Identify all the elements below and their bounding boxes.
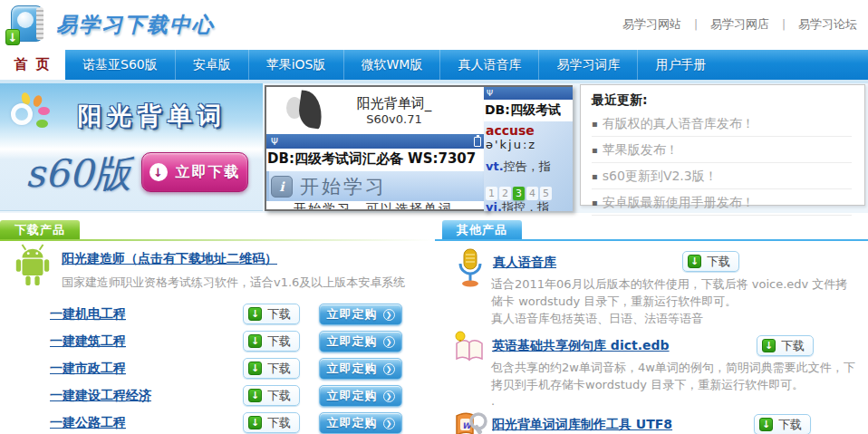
microphone-icon (454, 247, 487, 287)
screenshot-phone-1: 阳光背单词_ S60v0.71 Ψ DB:四级考试词汇必备 WS:7307 i … (265, 85, 487, 211)
db-status-text: DB:四级考试 (484, 100, 573, 121)
download-button[interactable]: ↓下载 (757, 335, 814, 356)
main-nav: 首 页 诺基亚S60版 安卓版 苹果iOS版 微软WM版 真人语音库 易学习词库… (0, 50, 868, 80)
nav-ios[interactable]: 苹果iOS版 (248, 50, 343, 80)
toolbook-icon: W (453, 410, 487, 434)
product-link[interactable]: 一建机电工程 (50, 306, 126, 323)
product-link[interactable]: 一建公路工程 (50, 415, 126, 431)
update-item[interactable]: ▪苹果版发布！ (592, 137, 852, 163)
download-arrow-icon: ↓ (248, 416, 262, 429)
site-title: 易学习下载中心 (56, 11, 215, 39)
product-desc-line: 适合2011年06月以后版本的软件使用，下载后将 voice.edv 文件拷 (491, 276, 847, 293)
download-button[interactable]: ↓下载 (243, 331, 300, 352)
link-store[interactable]: 易学习网店 (710, 16, 769, 33)
nav-s60[interactable]: 诺基亚S60版 (65, 50, 175, 80)
download-button[interactable]: ↓下载 (243, 385, 300, 406)
chevron-right-icon: ❯ (383, 336, 395, 348)
product-link[interactable]: 一建建设工程经济 (50, 388, 151, 404)
menu-item-hint: 开始学习，可以选择单词 (266, 201, 486, 211)
chevron-right-icon: ❯ (383, 309, 395, 321)
app-title: 阳光背单词_ (330, 95, 458, 112)
header: ↓ 易学习下载中心 易学习网站 | 易学习网店 | 易学习论坛 (0, 0, 868, 50)
page-number: 1 (486, 187, 497, 200)
download-arrow-icon: ↓ (248, 362, 262, 375)
other-product-link[interactable]: 真人语音库 (493, 255, 556, 271)
nav-voice[interactable]: 真人语音库 (439, 50, 538, 80)
other-product-link[interactable]: 英语基础共享例句库 dict.edb (492, 338, 670, 354)
product-desc-line: . (491, 394, 495, 408)
order-button[interactable]: 立即定购❯ (319, 385, 402, 407)
download-arrow-icon: ↓ (248, 307, 262, 321)
nav-wm[interactable]: 微软WM版 (343, 50, 440, 80)
db-status-text: DB:四级考试词汇必备 WS:7307 (266, 149, 486, 171)
nav-home[interactable]: 首 页 (0, 50, 65, 80)
product-row: 一建公路工程 ↓下载 立即定购❯ (0, 412, 433, 434)
product-desc-line: 储卡 wordstudy 目录下，重新运行软件即可。 (491, 294, 737, 310)
android-icon (12, 244, 53, 289)
info-icon: i (271, 176, 293, 198)
recent-updates-panel: 最近更新: ▪有版权的真人语音库发布！ ▪苹果版发布！ ▪s60更新到V2.3版… (580, 84, 865, 206)
download-button[interactable]: ↓下载 (243, 304, 300, 324)
nav-manual[interactable]: 用户手册 (637, 50, 723, 80)
page-number: 2 (499, 187, 511, 200)
nav-android[interactable]: 安卓版 (175, 50, 248, 80)
sun-logo-icon (5, 92, 53, 134)
download-button[interactable]: ↓下载 (682, 251, 739, 272)
tab-other-products[interactable]: 其他产品 (442, 220, 522, 239)
update-item[interactable]: ▪s60更新到V2.3版！ (592, 163, 852, 189)
page-number: 5 (540, 187, 552, 200)
download-arrow-icon: ↓ (149, 163, 168, 181)
order-button[interactable]: 立即定购❯ (319, 358, 402, 380)
product-desc-line: 拷贝到手机存储卡wordstudy 目录下，重新运行软件即可。 (491, 377, 804, 393)
battery-icon (474, 137, 481, 147)
product-row: 一建机电工程 ↓下载 立即定购❯ (0, 304, 433, 327)
download-button[interactable]: ↓下载 (243, 412, 300, 433)
page-number: 4 (526, 187, 538, 200)
page: ↓ 易学习下载中心 易学习网站 | 易学习网店 | 易学习论坛 首 页 诺基亚S… (0, 0, 868, 434)
featured-product-link[interactable]: 阳光建造师（点击有下载地址二维码） (62, 251, 277, 267)
chevron-right-icon: ❯ (383, 418, 395, 429)
download-arrow-icon: ↓ (248, 334, 262, 348)
product-row: 一建建筑工程 ↓下载 立即定购❯ (0, 331, 433, 354)
product-row: 一建建设工程经济 ↓下载 立即定购❯ (0, 385, 433, 409)
hero: 阳光背单词 s60版 ↓ 立即下载 阳光背单词_ S60v0.71 Ψ (0, 83, 868, 213)
other-product-link[interactable]: 阳光背单词词库制作工具 UTF8 (492, 417, 672, 433)
pagination: 1 2 3 4 5 (486, 187, 552, 200)
banner-title: 阳光背单词 (47, 100, 257, 132)
tab-download-products[interactable]: 下载产品 (0, 220, 80, 239)
product-link[interactable]: 一建建筑工程 (50, 333, 126, 350)
order-button[interactable]: 立即定购❯ (319, 331, 402, 352)
page-number-active: 3 (513, 187, 525, 200)
update-item[interactable]: ▪安卓版最新使用手册发布！ (592, 189, 852, 216)
download-button[interactable]: ↓下载 (754, 414, 811, 434)
nav-dict[interactable]: 易学习词库 (538, 50, 637, 80)
vocab-meaning-1: vt.控告，指 (486, 159, 571, 173)
vocab-phonetic: ə'kju:z (486, 138, 571, 151)
bullet-icon: ▪ (592, 198, 598, 207)
vocab-word: accuse (486, 124, 571, 138)
section-divider (435, 239, 868, 241)
update-item[interactable]: ▪有版权的真人语音库发布！ (592, 111, 852, 137)
other-products-section: 其他产品 真人语音库 ↓下载 适合2011年06月以后版本的软件使用，下载后将 … (435, 220, 868, 434)
download-arrow-icon: ↓ (688, 255, 701, 268)
menu-selected-row: i 开始学习 (266, 171, 486, 201)
bullet-icon: ▪ (592, 171, 598, 181)
order-button[interactable]: 立即定购❯ (319, 412, 402, 434)
screenshot-phone-2: Ψ DB:四级考试 accuse ə'kju:z vt.控告，指 1 2 3 4… (484, 85, 573, 211)
chevron-right-icon: ❯ (383, 363, 395, 375)
link-website[interactable]: 易学习网站 (622, 16, 681, 33)
link-forum[interactable]: 易学习论坛 (798, 16, 857, 33)
promo-banner: 阳光背单词 s60版 ↓ 立即下载 (0, 83, 263, 211)
download-now-button[interactable]: ↓ 立即下载 (141, 152, 248, 192)
product-link[interactable]: 一建市政工程 (50, 361, 126, 377)
product-desc-line: 真人语音库包括英语、日语、法语等语音 (491, 311, 703, 327)
header-links: 易学习网站 | 易学习网店 | 易学习论坛 (622, 16, 857, 33)
order-button[interactable]: 立即定购❯ (319, 304, 402, 325)
backpack-download-icon: ↓ (5, 4, 47, 45)
separator: | (694, 18, 698, 31)
download-button[interactable]: ↓下载 (243, 358, 300, 379)
section-divider (0, 239, 433, 241)
site-logo[interactable]: ↓ 易学习下载中心 (5, 4, 215, 45)
featured-product-desc: 国家建造师职业资格考试练习软件，适合v1.6及以上版本安卓系统 (62, 275, 405, 291)
antenna-icon: Ψ (487, 89, 493, 98)
